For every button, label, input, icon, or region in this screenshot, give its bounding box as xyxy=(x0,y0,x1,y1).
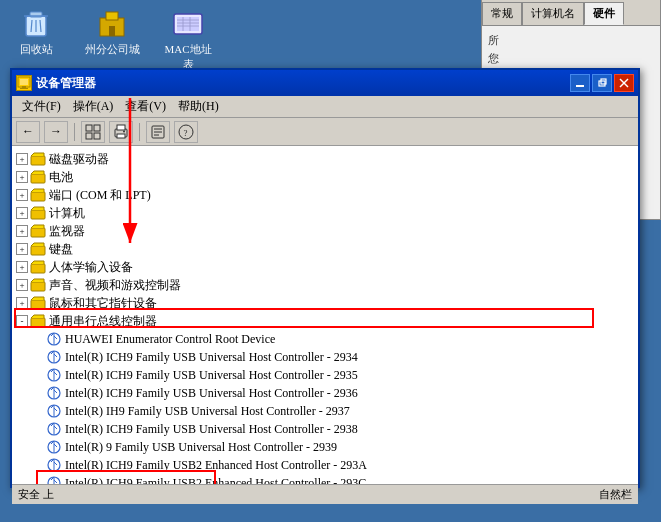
show-grid-button[interactable] xyxy=(81,121,105,143)
svg-point-32 xyxy=(123,130,125,132)
svg-rect-18 xyxy=(22,86,26,88)
menu-help[interactable]: 帮助(H) xyxy=(172,96,225,117)
tree-item-intel-2936[interactable]: Intel(R) ICH9 Family USB Universal Host … xyxy=(12,384,638,402)
tab-hardware[interactable]: 硬件 xyxy=(584,2,624,25)
computer-label: 计算机 xyxy=(49,205,85,222)
desktop-icon-recycle[interactable]: 回收站 xyxy=(8,8,64,72)
intel-293a-label: Intel(R) ICH9 Family USB2 Enhanced Host … xyxy=(65,458,367,473)
menu-action[interactable]: 操作(A) xyxy=(67,96,120,117)
tree-item-port[interactable]: + 端口 (COM 和 LPT) xyxy=(12,186,638,204)
expand-port[interactable]: + xyxy=(16,189,28,201)
expand-battery[interactable]: + xyxy=(16,171,28,183)
company-label: 州分公司城 xyxy=(85,42,140,57)
tree-item-intel-2937[interactable]: Intel(R) IH9 Family USB Universal Host C… xyxy=(12,402,638,420)
properties-button[interactable] xyxy=(146,121,170,143)
expand-mouse[interactable]: + xyxy=(16,297,28,309)
window-buttons xyxy=(570,74,634,92)
svg-rect-47 xyxy=(31,300,45,309)
expand-audio[interactable]: + xyxy=(16,279,28,291)
huawei-label: HUAWEI Enumerator Control Root Device xyxy=(65,332,275,347)
tree-item-disk[interactable]: + 磁盘驱动器 xyxy=(12,150,638,168)
svg-rect-25 xyxy=(86,125,92,131)
sys-props-tabs: 常规 计算机名 硬件 xyxy=(482,0,660,26)
menu-bar: 文件(F) 操作(A) 查看(V) 帮助(H) xyxy=(12,96,638,118)
battery-label: 电池 xyxy=(49,169,73,186)
minimize-button[interactable] xyxy=(570,74,590,92)
tree-item-intel-2939[interactable]: Intel(R) 9 Family USB Universal Host Con… xyxy=(12,438,638,456)
desktop-icon-company[interactable]: 州分公司城 xyxy=(84,8,140,72)
tree-item-hid[interactable]: + 人体学输入设备 xyxy=(12,258,638,276)
menu-file[interactable]: 文件(F) xyxy=(16,96,67,117)
svg-rect-17 xyxy=(20,79,28,85)
svg-rect-41 xyxy=(31,192,45,201)
restore-button[interactable] xyxy=(592,74,612,92)
svg-rect-31 xyxy=(117,134,125,138)
status-bar: 安全 上 自然栏 xyxy=(12,484,638,504)
tree-item-intel-2935[interactable]: Intel(R) ICH9 Family USB Universal Host … xyxy=(12,366,638,384)
back-button[interactable]: ← xyxy=(16,121,40,143)
tab-computer-name[interactable]: 计算机名 xyxy=(522,2,584,25)
svg-rect-43 xyxy=(31,228,45,237)
tree-item-intel-293c[interactable]: Intel(R) ICH9 Family USB2 Enhanced Host … xyxy=(12,474,638,484)
tab-general[interactable]: 常规 xyxy=(482,2,522,25)
expand-usb[interactable]: - xyxy=(16,315,28,327)
tree-item-intel-293a[interactable]: Intel(R) ICH9 Family USB2 Enhanced Host … xyxy=(12,456,638,474)
mouse-icon xyxy=(30,295,46,311)
svg-rect-19 xyxy=(20,88,28,89)
expand-keyboard[interactable]: + xyxy=(16,243,28,255)
audio-icon xyxy=(30,277,46,293)
intel-2934-label: Intel(R) ICH9 Family USB Universal Host … xyxy=(65,350,358,365)
svg-rect-26 xyxy=(94,125,100,131)
disk-icon xyxy=(30,151,46,167)
company-icon xyxy=(96,8,128,40)
tree-item-huawei[interactable]: HUAWEI Enumerator Control Root Device xyxy=(12,330,638,348)
tree-item-computer[interactable]: + 计算机 xyxy=(12,204,638,222)
tree-item-audio[interactable]: + 声音、视频和游戏控制器 xyxy=(12,276,638,294)
close-button[interactable] xyxy=(614,74,634,92)
help-button[interactable]: ? xyxy=(174,121,198,143)
tree-item-keyboard[interactable]: + 键盘 xyxy=(12,240,638,258)
svg-rect-48 xyxy=(31,318,45,327)
intel-2937-label: Intel(R) IH9 Family USB Universal Host C… xyxy=(65,404,350,419)
tree-item-monitor[interactable]: + 监视器 xyxy=(12,222,638,240)
expand-monitor[interactable]: + xyxy=(16,225,28,237)
usb-icon-2939 xyxy=(46,439,62,455)
intel-2938-label: Intel(R) ICH9 Family USB Universal Host … xyxy=(65,422,358,437)
intel-2935-label: Intel(R) ICH9 Family USB Universal Host … xyxy=(65,368,358,383)
svg-rect-40 xyxy=(31,174,45,183)
forward-button[interactable]: → xyxy=(44,121,68,143)
devmgr-window: 设备管理器 xyxy=(10,68,640,488)
disk-label: 磁盘驱动器 xyxy=(49,151,109,168)
status-left: 安全 上 xyxy=(18,487,54,502)
svg-rect-20 xyxy=(576,85,584,87)
tree-item-intel-2934[interactable]: Intel(R) ICH9 Family USB Universal Host … xyxy=(12,348,638,366)
intel-293c-label: Intel(R) ICH9 Family USB2 Enhanced Host … xyxy=(65,476,366,485)
tree-item-battery[interactable]: + 电池 xyxy=(12,168,638,186)
tree-item-intel-2938[interactable]: Intel(R) ICH9 Family USB Universal Host … xyxy=(12,420,638,438)
tree-item-usb-controller[interactable]: - 通用串行总线控制器 xyxy=(12,312,638,330)
svg-rect-27 xyxy=(86,133,92,139)
recycle-bin-icon xyxy=(20,8,52,40)
title-bar: 设备管理器 xyxy=(12,70,638,96)
expand-computer[interactable]: + xyxy=(16,207,28,219)
desktop-icons: 回收站 州分公司城 xyxy=(8,8,216,72)
usb-icon-2937 xyxy=(46,403,62,419)
port-icon xyxy=(30,187,46,203)
desktop-icon-mac[interactable]: MAC地址表 xyxy=(160,8,216,72)
svg-rect-39 xyxy=(31,156,45,165)
usb-controller-icon xyxy=(30,313,46,329)
toolbar: ← → xyxy=(12,118,638,146)
usb-icon-2934 xyxy=(46,349,62,365)
menu-view[interactable]: 查看(V) xyxy=(119,96,172,117)
tree-item-mouse[interactable]: + 鼠标和其它指针设备 xyxy=(12,294,638,312)
port-label: 端口 (COM 和 LPT) xyxy=(49,187,151,204)
usb-icon-2936 xyxy=(46,385,62,401)
keyboard-label: 键盘 xyxy=(49,241,73,258)
expand-disk[interactable]: + xyxy=(16,153,28,165)
mac-icon xyxy=(172,8,204,40)
svg-text:?: ? xyxy=(184,128,188,138)
window-title: 设备管理器 xyxy=(36,75,570,92)
tree-area[interactable]: + 磁盘驱动器 + 电池 + 端口 (COM 和 LPT) xyxy=(12,146,638,484)
print-button[interactable] xyxy=(109,121,133,143)
expand-hid[interactable]: + xyxy=(16,261,28,273)
